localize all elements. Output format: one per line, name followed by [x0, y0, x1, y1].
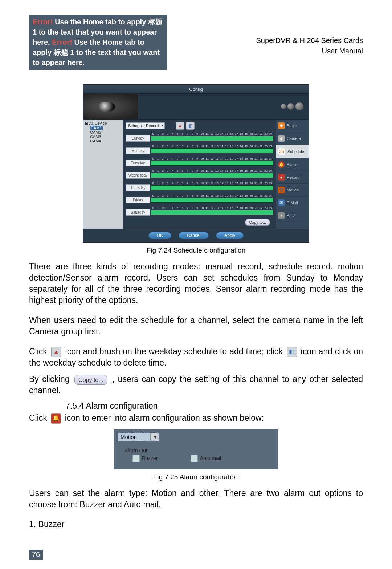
list-item-1: 1. Buzzer: [29, 519, 363, 530]
checkbox-icon: [191, 455, 198, 462]
day-label: Sunday: [126, 135, 150, 142]
day-label: Friday: [126, 197, 150, 203]
config-button-row: OK Cancel Apply: [83, 229, 309, 242]
alarm-inline-icon: 🔔: [51, 413, 61, 424]
tree-cam2[interactable]: CAM2: [90, 130, 122, 134]
add-time-icon[interactable]: ▲: [176, 122, 184, 130]
tree-cam3[interactable]: CAM3: [90, 134, 122, 139]
copy-to-line: By clicking Copy to... , users can copy …: [29, 374, 363, 396]
apply-button[interactable]: Apply: [216, 232, 244, 239]
side-basic[interactable]: ✸Basic: [276, 120, 309, 132]
paragraph-2: When users need to edit the schedule for…: [29, 315, 363, 337]
ok-button[interactable]: OK: [148, 232, 171, 239]
day-label: Tuesday: [126, 160, 150, 166]
error-header-box: Error! Use the Home tab to apply 标题 1 to…: [29, 15, 167, 70]
config-side-menu: ✸Basic ◉Camera 25Schedule 🔔Alarm ●Record…: [276, 120, 309, 229]
alarm-out-group-label: Alarm Out: [124, 448, 274, 453]
error-prefix-2: Error!: [52, 38, 72, 46]
config-banner: [83, 94, 309, 120]
checkbox-icon: [132, 455, 140, 462]
page-header: Error! Use the Home tab to apply 标题 1 to…: [29, 15, 363, 70]
add-time-inline-icon: ▲: [51, 347, 61, 357]
gear-icon: ✸: [278, 122, 285, 129]
day-label: Saturday: [126, 209, 150, 216]
schedule-bar[interactable]: [151, 198, 273, 203]
alarm-config-box: Motion Alarm Out Buzzer Auto mail: [114, 429, 278, 469]
bubbles-graphic: [276, 94, 309, 119]
side-motion[interactable]: ➰Motion: [276, 184, 309, 197]
side-schedule[interactable]: 25Schedule: [276, 145, 309, 158]
schedule-bar[interactable]: [151, 173, 273, 178]
buzzer-checkbox[interactable]: Buzzer: [132, 455, 158, 462]
fig-7-25-caption: Fig 7.25 Alarm configuration: [29, 473, 363, 481]
fig-7-24-caption: Fig 7.24 Schedule c onfiguration: [29, 246, 363, 254]
tree-cam1[interactable]: CAM1: [90, 126, 103, 130]
alarm-icon: 🔔: [278, 161, 285, 168]
product-line-2: User Manual: [256, 47, 363, 55]
erase-time-inline-icon: ◧: [287, 347, 297, 357]
schedule-bar[interactable]: [151, 148, 273, 153]
camera-icon: ◉: [278, 135, 285, 142]
page-number: 76: [29, 550, 43, 560]
tree-root: ⊟ All Device: [85, 121, 122, 126]
eye-logo: [83, 94, 138, 119]
side-email[interactable]: ✉E.Mail: [276, 197, 309, 209]
copy-to-button[interactable]: Copy to...: [245, 219, 270, 226]
side-record[interactable]: ●Record: [276, 171, 309, 184]
cancel-button[interactable]: Cancel: [179, 232, 209, 239]
record-mode-select[interactable]: Schedule Record: [126, 122, 165, 129]
day-label: Wednesday: [126, 172, 150, 179]
email-icon: ✉: [278, 199, 285, 206]
config-title: Config: [83, 85, 309, 94]
side-ptz[interactable]: ⌖P.T.Z: [276, 209, 309, 222]
side-camera[interactable]: ◉Camera: [276, 132, 309, 145]
day-label: Monday: [126, 147, 150, 154]
section-7-5-4: 7.5.4 Alarm configuration: [65, 401, 363, 411]
motion-icon: ➰: [278, 187, 285, 193]
schedule-bar[interactable]: [151, 161, 273, 166]
click-brush-line: Click ▲ icon and brush on the weekday sc…: [29, 346, 363, 368]
schedule-bar[interactable]: [151, 210, 273, 215]
schedule-icon: 25: [278, 148, 285, 155]
alarm-type-select[interactable]: Motion: [118, 433, 159, 441]
erase-time-icon[interactable]: ◧: [186, 122, 195, 130]
product-line-1: SuperDVR & H.264 Series Cards: [256, 36, 363, 45]
error-prefix: Error!: [33, 18, 53, 26]
tree-cam4[interactable]: CAM4: [90, 139, 122, 143]
product-title: SuperDVR & H.264 Series Cards User Manua…: [256, 15, 363, 57]
day-label: Thursday: [126, 184, 150, 191]
side-alarm[interactable]: 🔔Alarm: [276, 158, 309, 171]
schedule-bar[interactable]: [151, 136, 273, 141]
schedule-bar[interactable]: [151, 185, 273, 190]
copy-to-inline-button: Copy to...: [74, 375, 107, 385]
paragraph-3: Users can set the alarm type: Motion and…: [29, 488, 363, 510]
paragraph-1: There are three kinds of recording modes…: [29, 261, 363, 306]
automail-checkbox[interactable]: Auto mail: [191, 455, 221, 462]
config-window: Config ⊟ All Device CAM1 CAM2 CAM3 CAM4 …: [83, 84, 309, 243]
device-tree[interactable]: ⊟ All Device CAM1 CAM2 CAM3 CAM4: [83, 120, 123, 229]
ptz-icon: ⌖: [278, 212, 285, 219]
schedule-panel: Schedule Record ▲ ◧ Sunday01234567891011…: [123, 120, 276, 229]
alarm-click-line: Click 🔔 icon to enter into alarm configu…: [29, 412, 363, 424]
record-icon: ●: [278, 174, 285, 181]
